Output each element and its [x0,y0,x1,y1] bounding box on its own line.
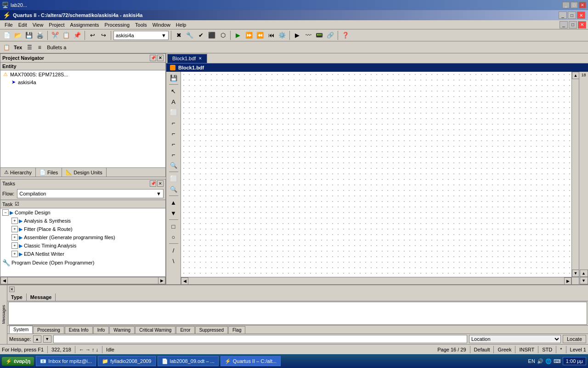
tree-item-max7000s[interactable]: ⚠ MAX7000S: EPM7128S... [0,70,165,78]
msg-tab-processing[interactable]: Processing [33,326,64,334]
canvas-tab-block1bdf[interactable]: Block1.bdf ✕ [167,54,207,63]
tb-print-btn[interactable]: 🖨️ [35,31,45,40]
tab-design-units[interactable]: 📐 Design Units [62,168,106,177]
canvas-tab-close-icon[interactable]: ✕ [198,56,202,61]
tb-stop-btn[interactable]: ⏪ [255,31,265,40]
menu-edit[interactable]: Edit [16,21,30,29]
canvas-scrollbar-h[interactable]: ◀ ▶ [181,277,571,284]
task-row-analysis[interactable]: + ▶ Analysis & Synthesis [0,217,165,225]
tb-run-btn[interactable]: ▶ [233,31,243,40]
ct-save-btn[interactable]: 💾 [168,73,179,83]
canvas-scroll-down-btn[interactable]: ▼ [572,270,579,277]
tb-arrow-btn[interactable]: 🔧 [185,31,195,40]
tb-new-btn[interactable]: 📄 [2,31,12,40]
tasks-scroll-right-btn[interactable]: ▶ [158,277,165,284]
tasks-close-btn[interactable]: ✕ [157,180,164,187]
ct-wire-btn[interactable]: ⌐ [168,139,179,149]
messages-col-message[interactable]: Message [27,293,56,301]
start-button[interactable]: ⚡ έναρξη [2,357,34,366]
msg-nav-up-btn[interactable]: ▲ [33,335,41,343]
outer-close-btn[interactable]: ✕ [579,2,586,8]
tb-step-btn[interactable]: ⏩ [244,31,254,40]
col-scroll-down[interactable]: ▼ [580,277,588,284]
task-row-assembler[interactable]: + ▶ Assembler (Generate programming file… [0,233,165,242]
location-dropdown[interactable]: Location [469,335,561,343]
tb-open-btn[interactable]: 📂 [13,31,23,40]
ct-text-btn[interactable]: A [168,97,179,107]
msg-tab-info[interactable]: Info [93,326,109,334]
tb-rtl-btn[interactable]: ⏮ [266,31,276,40]
tb-copy-btn[interactable]: 📋 [61,31,71,40]
tasks-pin-btn[interactable]: 📌 [150,180,156,187]
timing-expand-btn[interactable]: + [11,242,18,249]
messages-close-btn[interactable]: ✕ [9,287,15,292]
tab-files[interactable]: 📄 Files [36,168,62,177]
bullet-list-btn[interactable]: ☰ [25,43,34,52]
messages-col-type[interactable]: Type [7,293,27,301]
tb-compile-btn[interactable]: ✖ [174,31,184,40]
message-input[interactable] [53,335,467,343]
tb-wave-btn[interactable]: 〰 [303,31,313,40]
menu-window[interactable]: Window [150,21,173,29]
task-row-eda[interactable]: + ▶ EDA Netlist Writer [0,250,165,258]
ct-diag2-btn[interactable]: \ [168,256,179,266]
tb-chip2-btn[interactable]: ⬡ [218,31,228,40]
ct-circle-btn[interactable]: ○ [168,232,179,242]
tree-item-askisi4a[interactable]: ➤ askisi4a [0,78,165,86]
locate-btn[interactable]: Locate [563,335,586,343]
taskbar-item-fylladio[interactable]: 📁 fylladio2008_2009 [98,356,155,366]
tb-sim-btn[interactable]: ▶ [292,31,302,40]
ct-arrow-down-btn[interactable]: ▼ [168,208,179,218]
app-close-btn[interactable]: ✕ [577,12,585,19]
ct-connect-btn[interactable]: ⌐ [168,118,179,128]
menu-file[interactable]: File [2,21,16,29]
tasks-scroll-left-btn[interactable]: ◀ [0,277,8,284]
num-list-btn[interactable]: ≡ [35,43,44,52]
tb-chip-btn[interactable]: ⬛ [207,31,217,40]
assembler-expand-btn[interactable]: + [11,234,18,241]
nav-pin-btn[interactable]: 📌 [150,55,156,61]
task-row-compile[interactable]: − ▶ Compile Design [0,208,165,217]
tab-hierarchy[interactable]: ⚠ Hierarchy [0,168,36,177]
tb-compile2-btn[interactable]: ⚙️ [277,31,287,40]
menu-project[interactable]: Project [46,21,67,29]
ct-search-btn[interactable]: 🔍 [168,184,179,194]
msg-tab-system[interactable]: System [9,326,33,334]
task-row-program[interactable]: 🔧 Program Device (Open Programmer) [0,258,165,267]
msg-tab-critical-warning[interactable]: Critical Warning [135,326,175,334]
canvas-scroll-left-btn[interactable]: ◀ [181,277,188,285]
tb-save-btn[interactable]: 💾 [24,31,34,40]
task-row-fitter[interactable]: + ▶ Fitter (Place & Route) [0,225,165,233]
taskbar-item-quartus[interactable]: ⚡ Quartus II – C:/alt... [220,356,281,366]
menu-help[interactable]: Help [173,21,189,29]
tb-undo-btn[interactable]: ↩ [87,31,97,40]
canvas-scroll-right-btn[interactable]: ▶ [564,277,571,285]
msg-nav-down-btn[interactable]: ▼ [43,335,51,343]
app-restore-btn[interactable]: □ [568,12,576,19]
inner-close-btn[interactable]: ✕ [578,21,586,29]
task-row-timing[interactable]: + ▶ Classic Timing Analysis [0,242,165,250]
msg-tab-extra-info[interactable]: Extra Info [65,326,93,334]
nav-close-btn[interactable]: ✕ [157,55,164,61]
ct-corner-btn[interactable]: ⌐ [168,128,179,138]
ct-select-btn[interactable]: ↖ [168,86,179,96]
ct-square-btn[interactable]: □ [168,221,179,231]
msg-tab-warning[interactable]: Warning [109,326,135,334]
ct-pin-btn[interactable]: ⌐ [168,150,179,160]
canvas-grid[interactable] [181,72,579,284]
app-minimize-btn[interactable]: _ [559,12,567,19]
eda-expand-btn[interactable]: + [11,251,18,257]
ct-rect-btn[interactable]: ⬜ [168,173,179,184]
ct-zoom-btn[interactable]: 🔍 [168,160,179,170]
menu-view[interactable]: View [30,21,46,29]
ct-block-btn[interactable]: ⬜ [168,107,179,117]
msg-tab-flag[interactable]: Flag [228,326,245,334]
inner-minimize-btn[interactable]: _ [560,21,568,29]
menu-tools[interactable]: Tools [132,21,150,29]
fitter-expand-btn[interactable]: + [11,226,18,232]
tb-connect-btn[interactable]: 🔗 [325,31,335,40]
tb-prog-btn[interactable]: 📟 [314,31,324,40]
messages-content[interactable] [8,302,587,325]
compile-expand-btn[interactable]: − [2,209,9,216]
ct-arrow-up-btn[interactable]: ▲ [168,197,179,207]
